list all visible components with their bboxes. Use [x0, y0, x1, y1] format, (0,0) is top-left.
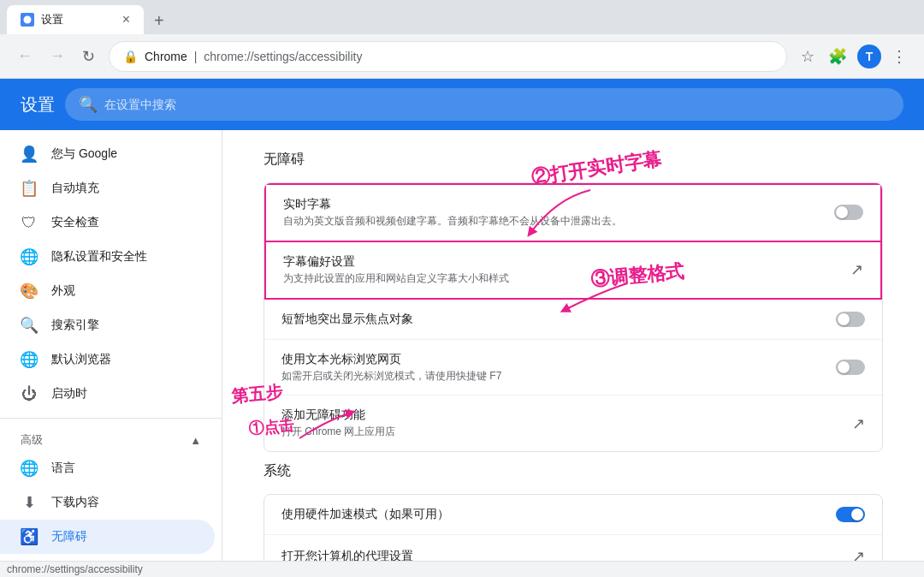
menu-button[interactable]: ⋮ [888, 44, 910, 69]
caret-toggle[interactable] [836, 360, 865, 375]
tab-close-button[interactable]: × [122, 13, 130, 27]
focus-label: 短暂地突出显示焦点对象 [281, 312, 822, 327]
url-favicon-icon: 🔒 [123, 50, 138, 63]
autofill-icon: 📋 [21, 180, 38, 197]
active-tab[interactable]: 设置 × [7, 5, 144, 34]
sidebar-item-accessibility[interactable]: ♿ 无障碍 [0, 520, 215, 554]
sidebar-item-downloads[interactable]: ⬇ 下载内容 [0, 485, 222, 520]
advanced-section-label: 高级 ▲ [0, 425, 222, 451]
browser-icon: 🌐 [21, 351, 38, 368]
add-extensions-desc: 打开 Chrome 网上应用店 [281, 425, 838, 439]
extensions-button[interactable]: 🧩 [825, 44, 850, 69]
profile-avatar[interactable]: T [857, 45, 881, 68]
url-bar[interactable]: 🔒 Chrome | chrome://settings/accessibili… [109, 41, 787, 72]
sidebar-item-google[interactable]: 👤 您与 Google [0, 137, 222, 171]
url-path: chrome://settings/accessibility [204, 50, 362, 63]
sidebar-label-autofill: 自动填充 [51, 181, 99, 196]
sidebar-label-language: 语言 [51, 461, 75, 476]
system-section-title: 系统 [264, 462, 883, 484]
sidebar-label-accessibility: 无障碍 [51, 529, 87, 544]
sidebar-item-system[interactable]: ⚙ 系统 [0, 554, 222, 561]
settings-main: 无障碍 实时字幕 自动为英文版音频和视频创建字幕。音频和字幕绝不会从设备中泄露出… [222, 130, 924, 561]
overlay-wrapper: 无障碍 实时字幕 自动为英文版音频和视频创建字幕。音频和字幕绝不会从设备中泄露出… [222, 130, 924, 561]
caption-prefs-external-icon[interactable]: ↗ [850, 260, 863, 279]
search-icon: 🔍 [79, 95, 98, 114]
captions-toggle[interactable] [834, 205, 863, 220]
caret-text: 使用文本光标浏览网页 如需开启或关闭光标浏览模式，请使用快捷键 F7 [281, 352, 822, 384]
sidebar-label-appearance: 外观 [51, 283, 75, 299]
settings-header-title: 设置 [21, 93, 55, 116]
settings-item-add-extensions: 添加无障碍功能 打开 Chrome 网上应用店 ↗ [264, 396, 882, 451]
address-bar-actions: ☆ 🧩 T ⋮ [797, 44, 910, 69]
reload-button[interactable]: ↻ [79, 44, 98, 69]
sidebar-label-privacy: 隐私设置和安全性 [51, 249, 147, 265]
google-icon: 👤 [21, 146, 38, 163]
sidebar-item-appearance[interactable]: 🎨 外观 [0, 274, 222, 308]
forward-button[interactable]: → [46, 44, 68, 68]
startup-icon: ⏻ [21, 385, 38, 402]
hardware-accel-text: 使用硬件加速模式（如果可用） [281, 507, 822, 522]
sidebar-item-autofill[interactable]: 📋 自动填充 [0, 171, 222, 205]
accessibility-icon: ♿ [21, 528, 38, 545]
add-extensions-label: 添加无障碍功能 [281, 407, 838, 423]
proxy-external-icon[interactable]: ↗ [852, 547, 865, 561]
captions-text: 实时字幕 自动为英文版音频和视频创建字幕。音频和字幕绝不会从设备中泄露出去。 [283, 197, 820, 229]
sidebar-item-safety[interactable]: 🛡 安全检查 [0, 205, 222, 240]
settings-item-hardware-accel: 使用硬件加速模式（如果可用） [264, 495, 882, 535]
system-card: 使用硬件加速模式（如果可用） 打开您计算机的代理设置 ↗ [264, 494, 883, 561]
browser-frame: 设置 × + ← → ↻ 🔒 Chrome | chrome://setting… [0, 0, 924, 577]
sidebar-item-browser[interactable]: 🌐 默认浏览器 [0, 342, 222, 377]
downloads-icon: ⬇ [21, 494, 38, 511]
hardware-accel-label: 使用硬件加速模式（如果可用） [281, 507, 822, 522]
safety-icon: 🛡 [21, 214, 38, 231]
accessibility-section-title: 无障碍 [264, 151, 883, 172]
search-engine-icon: 🔍 [21, 317, 38, 334]
status-bar: chrome://settings/accessibility [0, 561, 924, 577]
appearance-icon: 🎨 [21, 283, 38, 300]
back-button[interactable]: ← [14, 44, 36, 68]
captions-label: 实时字幕 [283, 197, 820, 212]
tab-bar: 设置 × + [0, 0, 924, 34]
caption-prefs-desc: 为支持此设置的应用和网站自定义字幕大小和样式 [283, 271, 837, 286]
privacy-icon: 🌐 [21, 248, 38, 265]
url-display: Chrome | chrome://settings/accessibility [145, 50, 773, 63]
accessibility-card: 实时字幕 自动为英文版音频和视频创建字幕。音频和字幕绝不会从设备中泄露出去。 字… [264, 182, 883, 452]
settings-item-proxy: 打开您计算机的代理设置 ↗ [264, 535, 882, 561]
sidebar-label-google: 您与 Google [51, 146, 117, 162]
browser-content: 设置 🔍 👤 您与 Google 📋 自动填充 [0, 79, 924, 561]
sidebar-label-downloads: 下载内容 [51, 495, 99, 510]
status-bar-text: chrome://settings/accessibility [7, 563, 143, 575]
caption-prefs-label: 字幕偏好设置 [283, 254, 837, 270]
language-icon: 🌐 [21, 460, 38, 477]
search-input[interactable] [104, 98, 890, 111]
sidebar: 👤 您与 Google 📋 自动填充 🛡 安全检查 🌐 隐私设置和安全性 [0, 130, 222, 561]
sidebar-label-startup: 启动时 [51, 386, 87, 402]
focus-text: 短暂地突出显示焦点对象 [281, 312, 822, 327]
focus-toggle[interactable] [836, 312, 865, 327]
hardware-accel-toggle[interactable] [836, 507, 865, 522]
settings-item-caption-prefs: 字幕偏好设置 为支持此设置的应用和网站自定义字幕大小和样式 ↗ [264, 242, 882, 300]
settings-item-caret: 使用文本光标浏览网页 如需开启或关闭光标浏览模式，请使用快捷键 F7 [264, 340, 882, 396]
sidebar-item-search[interactable]: 🔍 搜索引擎 [0, 308, 222, 342]
caret-desc: 如需开启或关闭光标浏览模式，请使用快捷键 F7 [281, 369, 822, 384]
settings-search-header: 设置 🔍 [0, 79, 924, 130]
url-separator: | [194, 50, 201, 63]
proxy-label: 打开您计算机的代理设置 [281, 549, 838, 561]
caption-prefs-text: 字幕偏好设置 为支持此设置的应用和网站自定义字幕大小和样式 [283, 254, 837, 286]
add-extensions-icon[interactable]: ↗ [852, 414, 865, 433]
sidebar-label-safety: 安全检查 [51, 215, 99, 230]
sidebar-item-language[interactable]: 🌐 语言 [0, 451, 222, 485]
tab-favicon [21, 13, 34, 27]
proxy-text: 打开您计算机的代理设置 [281, 549, 838, 561]
tab-title: 设置 [41, 12, 63, 27]
new-tab-button[interactable]: + [147, 8, 171, 34]
settings-item-focus: 短暂地突出显示焦点对象 [264, 300, 882, 340]
sidebar-item-privacy[interactable]: 🌐 隐私设置和安全性 [0, 240, 222, 274]
sidebar-label-browser: 默认浏览器 [51, 352, 111, 367]
search-box[interactable]: 🔍 [65, 88, 903, 121]
address-bar: ← → ↻ 🔒 Chrome | chrome://settings/acces… [0, 34, 924, 79]
sidebar-divider [0, 418, 222, 419]
add-extensions-text: 添加无障碍功能 打开 Chrome 网上应用店 [281, 407, 838, 439]
bookmark-button[interactable]: ☆ [797, 44, 818, 69]
sidebar-item-startup[interactable]: ⏻ 启动时 [0, 377, 222, 411]
